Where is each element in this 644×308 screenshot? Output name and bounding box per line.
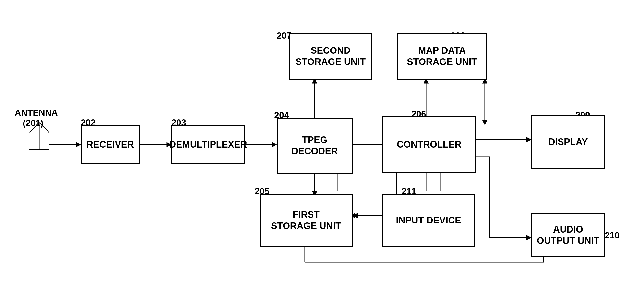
svg-marker-1 [76, 142, 81, 147]
svg-marker-15 [482, 120, 487, 125]
antenna-label: ANTENNA (201) [15, 108, 52, 128]
second-storage-block: SECONDSTORAGE UNIT [289, 33, 372, 80]
first-storage-block: FIRSTSTORAGE UNIT [260, 194, 352, 247]
ref-210: 210 [605, 230, 620, 241]
display-block: DISPLAY [531, 115, 605, 169]
receiver-block: RECEIVER [81, 125, 140, 164]
svg-marker-5 [272, 142, 277, 147]
svg-marker-28 [526, 137, 531, 142]
map-data-storage-block: MAP DATASTORAGE UNIT [397, 33, 487, 80]
diagram: ANTENNA (201) 202 RECEIVER 203 DEMULTIPL… [0, 0, 644, 308]
input-device-block: INPUT DEVICE [382, 194, 475, 247]
audio-output-block: AUDIOOUTPUT UNIT [531, 213, 605, 257]
controller-block: CONTROLLER [382, 116, 476, 173]
demultiplexer-block: DEMULTIPLEXER [172, 125, 245, 164]
tpeg-decoder-block: TPEGDECODER [277, 118, 352, 174]
svg-marker-32 [526, 235, 531, 240]
